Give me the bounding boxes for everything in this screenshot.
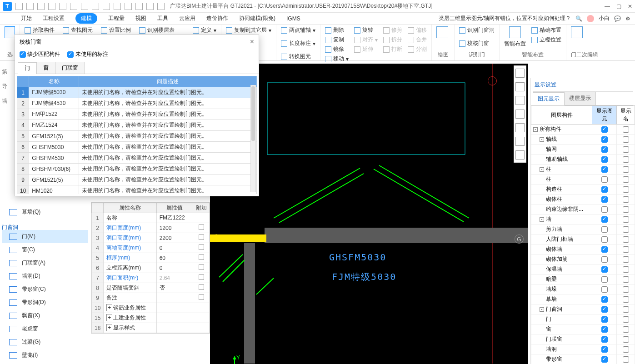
tree-item[interactable]: 墙洞(D) <box>2 269 88 283</box>
break[interactable]: 拆分 <box>383 36 402 44</box>
close-button[interactable]: ✕ <box>628 3 632 10</box>
property-row[interactable]: 5框厚(mm)60 <box>92 253 210 263</box>
precise-layout[interactable]: 精确布置 <box>531 26 561 34</box>
merge[interactable]: 合并 <box>408 36 427 44</box>
property-row[interactable]: 4离地高度(mm)0 <box>92 243 210 253</box>
tree-item[interactable]: 门(M) <box>2 230 88 243</box>
display-row[interactable]: 带形窗 <box>531 354 635 364</box>
door-secondary-edit-icon[interactable] <box>571 26 583 38</box>
vp-tool-icon[interactable] <box>515 82 525 91</box>
delete[interactable]: 删除 <box>325 26 349 34</box>
display-row[interactable]: 剪力墙 <box>531 224 635 234</box>
qat-icon[interactable] <box>59 3 66 10</box>
dialog-row[interactable]: 10HM1020未使用的门名称，请检查并在对应位置绘制门图元。 <box>17 185 257 194</box>
display-row[interactable]: 保温墙 <box>531 264 635 274</box>
tree-item[interactable]: 过梁(G) <box>2 335 88 349</box>
check-door-window-dialog[interactable]: 校核门窗 × 缺少匹配构件 未使用的标注 门窗门联窗 名称 问题描述 1FJM特… <box>15 35 259 196</box>
tree-item[interactable]: 门联窗(A) <box>2 256 88 269</box>
opt-missing-match[interactable]: 缺少匹配构件 <box>20 50 60 58</box>
property-row[interactable]: 8是否随墙变斜否 <box>92 283 210 293</box>
qat-icon[interactable] <box>103 3 110 10</box>
col-component[interactable]: 图层构件 <box>531 106 592 125</box>
display-tab[interactable]: 图元显示 <box>533 92 565 105</box>
frame-position[interactable]: 立樘位置 <box>531 36 561 44</box>
chat-icon[interactable]: 💬 <box>614 15 621 22</box>
vp-tool-icon[interactable] <box>515 137 525 146</box>
dialog-row[interactable]: 9GFM1521(5)未使用的门名称，请检查并在对应位置绘制门图元。 <box>17 175 257 185</box>
avatar[interactable] <box>587 15 594 22</box>
offset[interactable]: 偏移 <box>408 26 427 34</box>
display-row[interactable]: 墙垛 <box>531 284 635 294</box>
property-row[interactable]: 6立樘距离(mm)0 <box>92 263 210 273</box>
vp-tool-icon[interactable] <box>515 96 525 105</box>
qat-icon[interactable] <box>15 3 23 10</box>
display-row[interactable]: 砌体加筋 <box>531 254 635 264</box>
dialog-row[interactable]: 6GHSFM5030未使用的门名称，请检查并在对应位置绘制门图元。 <box>17 142 257 153</box>
find-element[interactable]: 查找图元 <box>63 26 93 34</box>
split[interactable]: 打断 <box>383 45 402 53</box>
align[interactable]: 对齐 ▾ <box>354 36 378 44</box>
display-row[interactable]: 暗梁 <box>531 274 635 284</box>
identify-door-window[interactable]: 识别门窗洞 <box>459 26 495 34</box>
qat-icon[interactable] <box>92 3 99 10</box>
dialog-row[interactable]: 7GHSFM4530未使用的门名称，请检查并在对应位置绘制门图元。 <box>17 153 257 164</box>
col-show-name[interactable]: 显示名 <box>617 106 635 125</box>
minimize-button[interactable]: — <box>605 3 610 10</box>
menu-2[interactable]: 建模 <box>75 13 97 24</box>
qat-icon[interactable] <box>125 3 132 10</box>
qat-icon[interactable] <box>114 3 121 10</box>
property-row[interactable]: 2洞口宽度(mm)1200 <box>92 223 210 233</box>
select-tool-icon[interactable] <box>5 26 15 38</box>
qat-icon[interactable] <box>70 3 77 10</box>
tree-item[interactable]: 带形窗(C) <box>2 283 88 296</box>
menu-5[interactable]: 工具 <box>157 15 168 22</box>
divide[interactable]: 分割 <box>408 45 427 53</box>
tree-item[interactable]: 带形洞(D) <box>2 296 88 309</box>
display-row[interactable]: 门联窗 <box>531 334 635 344</box>
display-row[interactable]: 辅助轴线 <box>531 155 635 165</box>
copy[interactable]: 复制 <box>325 36 349 44</box>
vp-tool-icon[interactable] <box>515 69 525 78</box>
menu-3[interactable]: 工程量 <box>108 15 125 22</box>
copy-to-other-floor[interactable]: 复制到其它层 ▾ <box>226 26 271 34</box>
extend[interactable]: 延伸 <box>354 45 378 53</box>
display-row[interactable]: 墙洞 <box>531 344 635 354</box>
property-row[interactable]: 3洞口高度(mm)2200 <box>92 233 210 243</box>
menu-6[interactable]: 云应用 <box>179 15 195 22</box>
display-row[interactable]: 幕墙 <box>531 294 635 304</box>
display-row[interactable]: -所有构件 <box>531 125 635 135</box>
search-icon[interactable]: 🔍 <box>575 15 582 22</box>
help-message[interactable]: 类层三维显示图元/轴网有错位，位置不对应如何处理？ <box>439 15 571 22</box>
display-row[interactable]: 窗 <box>531 324 635 334</box>
tree-item[interactable]: 老虎窗 <box>2 322 88 335</box>
qat-icon[interactable] <box>135 3 143 10</box>
dialog-row[interactable]: 1FJM特级5030未使用的门名称，请检查并在对应位置绘制门图元。 <box>17 87 257 98</box>
set-scale[interactable]: 设置比例 <box>101 26 131 34</box>
length-label[interactable]: 长度标注 ▾ <box>281 40 315 47</box>
property-row[interactable]: 9备注 <box>92 293 210 303</box>
pick-component[interactable]: 拾取构件 <box>25 26 55 34</box>
display-row[interactable]: 约束边缘非阴... <box>531 204 635 214</box>
tree-item[interactable]: 壁龛(I) <box>2 349 88 362</box>
display-row[interactable]: -柱 <box>531 165 635 175</box>
property-row[interactable]: 7洞口面积(m²)2.64 <box>92 273 210 283</box>
maximize-button[interactable]: ▢ <box>616 3 621 10</box>
property-row[interactable]: 10+钢筋业务属性 <box>92 303 210 313</box>
menu-1[interactable]: 工程设置 <box>43 15 65 22</box>
display-row[interactable]: 构造柱 <box>531 184 635 194</box>
property-row[interactable]: 15+土建业务属性 <box>92 313 210 323</box>
dialog-tab[interactable]: 门 <box>18 62 37 74</box>
mirror[interactable]: 镜像 <box>325 45 349 53</box>
trim[interactable]: 修剪 <box>383 26 402 34</box>
menu-8[interactable]: 协同建模(限免) <box>239 15 275 22</box>
display-row[interactable]: -门窗洞 <box>531 304 635 314</box>
tree-item[interactable]: 飘窗(X) <box>2 309 88 322</box>
display-row[interactable]: -墙 <box>531 214 635 224</box>
identify-floor-table[interactable]: 识别楼层表 <box>139 26 175 34</box>
property-table[interactable]: 属性名称 属性值 附加 1名称FM乙12222洞口宽度(mm)12003洞口高度… <box>91 202 210 334</box>
col-show-element[interactable]: 显示图元 <box>592 106 617 125</box>
menu-7[interactable]: 造价协作 <box>206 15 228 22</box>
vp-tool-icon[interactable] <box>515 110 525 119</box>
move[interactable]: 移动 ▾ <box>325 55 349 63</box>
display-row[interactable]: 人防门框墙 <box>531 234 635 244</box>
